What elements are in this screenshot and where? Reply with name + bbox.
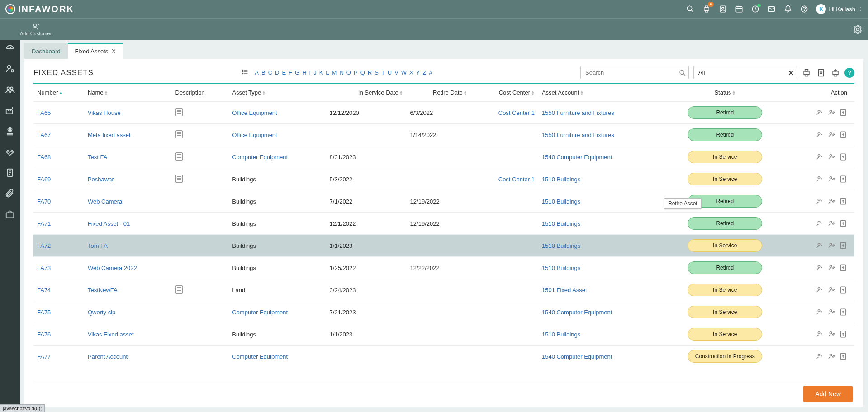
upload-action-icon[interactable] (839, 352, 847, 360)
cell-asset-account[interactable]: 1501 Fixed Asset (542, 287, 587, 294)
cell-name[interactable]: Web Camera (88, 198, 122, 205)
upload-action-icon[interactable] (839, 131, 847, 139)
tab-dashboard[interactable]: Dashboard (24, 43, 68, 59)
clear-filter-icon[interactable]: ✕ (788, 68, 794, 77)
print-icon[interactable] (802, 68, 811, 77)
edit-action-icon[interactable] (816, 308, 824, 316)
contacts-icon[interactable] (718, 5, 727, 14)
retire-action-icon[interactable] (827, 197, 835, 205)
col-name[interactable]: Name▲▼ (84, 84, 172, 102)
cell-number[interactable]: FA75 (37, 309, 51, 316)
table-row[interactable]: FA74 TestNewFA Land 3/24/2023 1501 Fixed… (33, 279, 854, 301)
cell-number[interactable]: FA68 (37, 154, 51, 161)
col-asset-account[interactable]: Asset Account▲▼ (538, 84, 661, 102)
cell-number[interactable]: FA74 (37, 287, 51, 294)
cell-name[interactable]: Vikas House (88, 109, 121, 116)
export-icon[interactable] (831, 68, 840, 77)
edit-action-icon[interactable] (816, 219, 824, 227)
upload-action-icon[interactable] (839, 197, 847, 205)
edit-action-icon[interactable] (816, 242, 824, 250)
upload-action-icon[interactable] (839, 286, 847, 294)
cell-cost-center[interactable]: Cost Center 1 (498, 109, 535, 116)
cell-number[interactable]: FA69 (37, 176, 51, 183)
cell-asset-type[interactable]: Computer Equipment (232, 353, 288, 360)
col-status[interactable]: Status▲▼ (661, 84, 788, 102)
table-row[interactable]: FA71 Fixed Asset - 01 Buildings 12/1/202… (33, 213, 854, 235)
table-row[interactable]: FA65 Vikas House Office Equipment 12/12/… (33, 102, 854, 124)
upload-action-icon[interactable] (839, 264, 847, 272)
user-menu[interactable]: K Hi Kailash (816, 4, 863, 14)
alpha-E[interactable]: E (280, 69, 287, 76)
cell-asset-account[interactable]: 1510 Buildings (542, 265, 580, 271)
col-cost-center[interactable]: Cost Center▲▼ (471, 84, 538, 102)
alpha-O[interactable]: O (345, 69, 352, 76)
search-input[interactable] (580, 66, 689, 79)
table-row[interactable]: FA75 Qwerty cip Computer Equipment 7/21/… (33, 301, 854, 323)
alpha-R[interactable]: R (366, 69, 373, 76)
edit-action-icon[interactable] (816, 175, 824, 183)
add-new-button[interactable]: Add New (803, 386, 853, 402)
search-icon[interactable] (686, 5, 695, 14)
upload-action-icon[interactable] (839, 219, 847, 227)
sidebar-user[interactable] (5, 63, 15, 74)
description-icon[interactable] (175, 285, 183, 294)
edit-action-icon[interactable] (816, 352, 824, 360)
edit-action-icon[interactable] (816, 131, 824, 139)
sidebar-factory[interactable] (5, 105, 15, 116)
alpha-K[interactable]: K (318, 69, 325, 76)
calendar-icon[interactable] (735, 5, 744, 14)
upload-action-icon[interactable] (839, 330, 847, 338)
cell-asset-account[interactable]: 1540 Computer Equipment (542, 309, 612, 316)
cell-number[interactable]: FA72 (37, 242, 51, 249)
edit-action-icon[interactable] (816, 197, 824, 205)
table-row[interactable]: FA69 Peshawar Buildings 5/3/2022 Cost Ce… (33, 168, 854, 190)
cell-name[interactable]: Test FA (88, 154, 107, 161)
cell-asset-account[interactable]: 1540 Computer Equipment (542, 353, 612, 360)
col-description[interactable]: Description (172, 84, 229, 102)
description-icon[interactable] (175, 108, 183, 116)
col-in-service-date[interactable]: In Service Date▲▼ (326, 84, 407, 102)
export-excel-icon[interactable] (816, 68, 825, 77)
alpha-T[interactable]: T (380, 69, 386, 76)
cell-number[interactable]: FA73 (37, 265, 51, 271)
upload-action-icon[interactable] (839, 175, 847, 183)
app-logo[interactable]: INFAWORK (5, 4, 74, 14)
col-asset-type[interactable]: Asset Type▲▼ (228, 84, 326, 102)
retire-action-icon[interactable] (827, 242, 835, 250)
cell-asset-type[interactable]: Computer Equipment (232, 309, 288, 316)
alpha-D[interactable]: D (274, 69, 280, 76)
cell-asset-account[interactable]: 1510 Buildings (542, 176, 580, 183)
table-row[interactable]: FA73 Web Camera 2022 Buildings 1/25/2022… (33, 257, 854, 279)
cell-asset-account[interactable]: 1550 Furniture and Fixtures (542, 109, 614, 116)
alpha-V[interactable]: V (393, 69, 400, 76)
retire-action-icon[interactable] (827, 153, 835, 161)
list-icon[interactable] (240, 68, 250, 77)
alpha-S[interactable]: S (373, 69, 380, 76)
cell-name[interactable]: Web Camera 2022 (88, 265, 137, 271)
retire-action-icon[interactable] (827, 352, 835, 360)
cell-number[interactable]: FA77 (37, 353, 51, 360)
sidebar-document[interactable] (5, 167, 15, 178)
cell-asset-account[interactable]: 1510 Buildings (542, 220, 580, 227)
alpha-Z[interactable]: Z (421, 69, 427, 76)
upload-action-icon[interactable] (839, 242, 847, 250)
retire-action-icon[interactable] (827, 175, 835, 183)
help-icon[interactable] (800, 5, 809, 14)
alpha-G[interactable]: G (294, 69, 301, 76)
close-icon[interactable]: X (112, 48, 116, 55)
table-row[interactable]: FA76 Vikas Fixed asset Buildings 1/1/202… (33, 323, 854, 346)
cell-asset-account[interactable]: 1510 Buildings (542, 198, 580, 205)
tab-fixed-assets[interactable]: Fixed AssetsX (68, 43, 123, 59)
cell-name[interactable]: Vikas Fixed asset (88, 331, 134, 338)
alpha-#[interactable]: # (427, 69, 433, 76)
edit-action-icon[interactable] (816, 264, 824, 272)
cell-number[interactable]: FA67 (37, 132, 51, 138)
clock-icon[interactable] (751, 5, 760, 14)
cell-name[interactable]: Parent Account (88, 353, 128, 360)
cell-cost-center[interactable]: Cost Center 1 (498, 176, 535, 183)
alpha-W[interactable]: W (400, 69, 408, 76)
retire-action-icon[interactable] (827, 308, 835, 316)
alpha-C[interactable]: C (267, 69, 274, 76)
retire-action-icon[interactable] (827, 286, 835, 294)
cell-name[interactable]: Qwerty cip (88, 309, 115, 316)
